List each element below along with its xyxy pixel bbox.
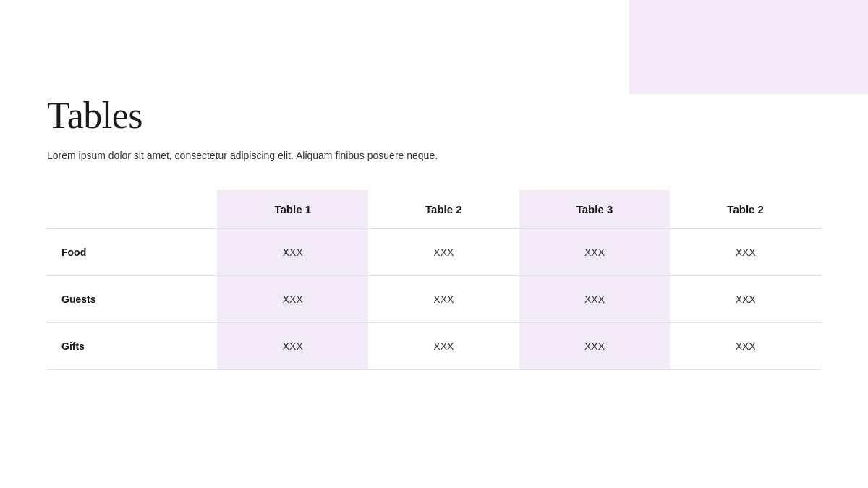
food-table3: XXX (519, 229, 671, 276)
col-header-table4: Table 2 (670, 190, 821, 229)
gifts-table2: XXX (368, 323, 519, 370)
col-header-table3: Table 3 (519, 190, 671, 229)
decorative-background-box (629, 0, 868, 94)
table-header-row: Table 1 Table 2 Table 3 Table 2 (47, 190, 821, 229)
col-header-table1: Table 1 (217, 190, 368, 229)
row-label-gifts: Gifts (47, 323, 217, 370)
page-description: Lorem ipsum dolor sit amet, consectetur … (47, 150, 821, 161)
table-row: Guests XXX XXX XXX XXX (47, 276, 821, 323)
gifts-table3: XXX (519, 323, 671, 370)
page-title: Tables (47, 94, 821, 137)
guests-table1: XXX (217, 276, 368, 323)
guests-table4: XXX (670, 276, 821, 323)
gifts-table1: XXX (217, 323, 368, 370)
food-table1: XXX (217, 229, 368, 276)
food-table4: XXX (670, 229, 821, 276)
col-header-table2: Table 2 (368, 190, 519, 229)
table-row: Food XXX XXX XXX XXX (47, 229, 821, 276)
table-row: Gifts XXX XXX XXX XXX (47, 323, 821, 370)
row-label-food: Food (47, 229, 217, 276)
row-label-guests: Guests (47, 276, 217, 323)
col-header-empty (47, 190, 217, 229)
food-table2: XXX (368, 229, 519, 276)
comparison-table: Table 1 Table 2 Table 3 Table 2 Food XXX… (47, 190, 821, 370)
guests-table2: XXX (368, 276, 519, 323)
gifts-table4: XXX (670, 323, 821, 370)
main-content: Tables Lorem ipsum dolor sit amet, conse… (47, 94, 821, 370)
guests-table3: XXX (519, 276, 671, 323)
